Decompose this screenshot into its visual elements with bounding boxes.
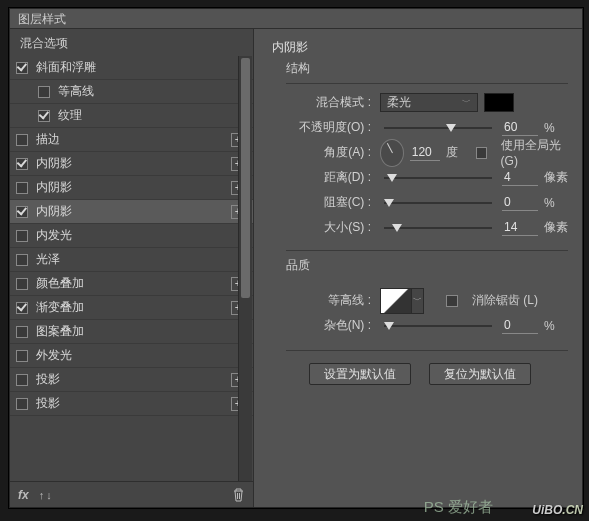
blend-mode-row: 混合模式 : 柔光 ﹀ [286,90,568,115]
choke-slider[interactable] [384,196,492,210]
opacity-input[interactable]: 60 [502,120,538,136]
effect-row[interactable]: 外发光 [10,344,253,368]
scrollbar[interactable] [238,56,252,481]
reset-default-button[interactable]: 复位为默认值 [429,363,531,385]
effect-label: 光泽 [36,251,245,268]
dialog-body: 混合选项 斜面和浮雕等高线纹理描边+内阴影+内阴影+内阴影+内发光光泽颜色叠加+… [10,29,582,507]
antialias-checkbox[interactable] [446,295,458,307]
distance-label: 距离(D) : [286,169,374,186]
reorder-icon[interactable]: ↑↓ [39,489,54,501]
effect-row[interactable]: 投影+ [10,368,253,392]
global-light-checkbox[interactable] [476,147,486,159]
choke-label: 阻塞(C) : [286,194,374,211]
effect-checkbox[interactable] [38,86,50,98]
angle-unit: 度 [446,144,470,161]
contour-row: 等高线 : ﹀ 消除锯齿 (L) [286,288,568,313]
effect-row[interactable]: 图案叠加 [10,320,253,344]
size-row: 大小(S) : 14 像素 [286,215,568,240]
contour-preview [380,288,412,314]
effect-label: 等高线 [58,83,245,100]
effect-label: 投影 [36,371,231,388]
quality-group: 等高线 : ﹀ 消除锯齿 (L) 杂色(N) : 0 [286,280,568,351]
size-label: 大小(S) : [286,219,374,236]
chevron-down-icon: ﹀ [462,96,471,109]
effect-label: 内阴影 [36,203,231,220]
distance-unit: 像素 [544,169,568,186]
noise-unit: % [544,319,568,333]
effect-checkbox[interactable] [16,374,28,386]
quality-label: 品质 [286,257,568,274]
trash-icon[interactable] [232,488,245,502]
size-slider[interactable] [384,221,492,235]
distance-slider[interactable] [384,171,492,185]
size-unit: 像素 [544,219,568,236]
contour-label: 等高线 : [286,292,374,309]
distance-row: 距离(D) : 4 像素 [286,165,568,190]
layer-style-dialog: 图层样式 混合选项 斜面和浮雕等高线纹理描边+内阴影+内阴影+内阴影+内发光光泽… [9,8,583,508]
global-light-label: 使用全局光 (G) [501,137,568,168]
noise-input[interactable]: 0 [502,318,538,334]
distance-input[interactable]: 4 [502,170,538,186]
choke-row: 阻塞(C) : 0 % [286,190,568,215]
structure-label: 结构 [286,60,568,77]
blend-mode-select[interactable]: 柔光 ﹀ [380,93,478,112]
scrollbar-thumb[interactable] [241,58,250,298]
effect-checkbox[interactable] [16,62,28,74]
effect-row[interactable]: 投影+ [10,392,253,416]
opacity-slider[interactable] [384,121,492,135]
effect-row[interactable]: 渐变叠加+ [10,296,253,320]
chevron-down-icon[interactable]: ﹀ [412,288,424,314]
choke-input[interactable]: 0 [502,195,538,211]
effect-row[interactable]: 颜色叠加+ [10,272,253,296]
effect-row[interactable]: 描边+ [10,128,253,152]
effect-checkbox[interactable] [16,230,28,242]
angle-input[interactable]: 120 [410,145,440,161]
effect-checkbox[interactable] [16,350,28,362]
effect-row[interactable]: 内阴影+ [10,152,253,176]
effect-row[interactable]: 光泽 [10,248,253,272]
effect-title: 内阴影 [272,39,568,56]
effect-checkbox[interactable] [16,182,28,194]
effect-label: 内发光 [36,227,245,244]
slider-knob[interactable] [446,124,456,132]
noise-slider[interactable] [384,319,492,333]
effect-row[interactable]: 斜面和浮雕 [10,56,253,80]
effects-panel: 混合选项 斜面和浮雕等高线纹理描边+内阴影+内阴影+内阴影+内发光光泽颜色叠加+… [10,29,254,507]
effect-checkbox[interactable] [38,110,50,122]
make-default-button[interactable]: 设置为默认值 [309,363,411,385]
angle-dial[interactable] [380,139,404,167]
effect-checkbox[interactable] [16,278,28,290]
titlebar[interactable]: 图层样式 [10,9,582,29]
effect-row[interactable]: 等高线 [10,80,253,104]
slider-knob[interactable] [387,174,397,182]
button-row: 设置为默认值 复位为默认值 [272,363,568,385]
effect-label: 内阴影 [36,179,231,196]
opacity-unit: % [544,121,568,135]
effect-checkbox[interactable] [16,206,28,218]
effect-checkbox[interactable] [16,398,28,410]
effect-label: 斜面和浮雕 [36,59,245,76]
slider-knob[interactable] [384,322,394,330]
effect-checkbox[interactable] [16,254,28,266]
slider-knob[interactable] [384,199,394,207]
effect-row[interactable]: 内阴影+ [10,176,253,200]
effect-row[interactable]: 内阴影+ [10,200,253,224]
angle-row: 角度(A) : 120 度 使用全局光 (G) [286,140,568,165]
color-swatch[interactable] [484,93,514,112]
effect-checkbox[interactable] [16,134,28,146]
contour-picker[interactable]: ﹀ [380,288,424,314]
blend-options-head[interactable]: 混合选项 [10,29,253,56]
antialias-label: 消除锯齿 (L) [472,292,538,309]
effect-row[interactable]: 纹理 [10,104,253,128]
noise-label: 杂色(N) : [286,317,374,334]
opacity-label: 不透明度(O) : [286,119,374,136]
effect-checkbox[interactable] [16,302,28,314]
slider-knob[interactable] [392,224,402,232]
fx-icon[interactable]: fx [18,488,29,502]
size-input[interactable]: 14 [502,220,538,236]
effect-label: 颜色叠加 [36,275,231,292]
effect-label: 外发光 [36,347,245,364]
effect-checkbox[interactable] [16,158,28,170]
effect-checkbox[interactable] [16,326,28,338]
effect-row[interactable]: 内发光 [10,224,253,248]
